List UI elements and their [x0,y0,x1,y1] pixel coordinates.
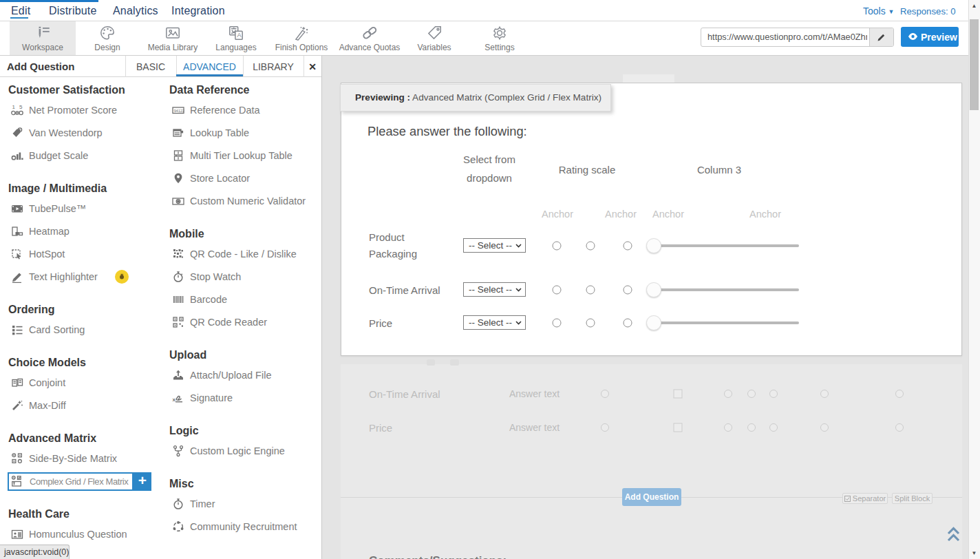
svg-text:x: x [173,397,176,403]
svg-text:94122: 94122 [174,109,184,113]
svg-text:1: 1 [12,104,16,110]
svg-text:5: 5 [19,104,23,110]
svg-text:A: A [237,32,242,39]
